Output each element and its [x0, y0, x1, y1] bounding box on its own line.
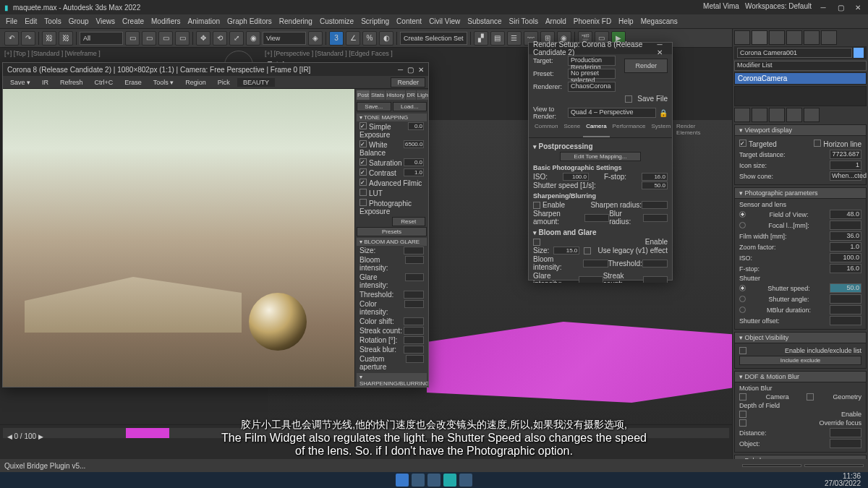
menu-group[interactable]: Group [69, 17, 89, 25]
vfb-save[interactable]: Save ▾ [6, 79, 35, 86]
menu-edit[interactable]: Edit [25, 17, 37, 25]
ref-coord-system[interactable]: View [263, 32, 306, 45]
vfb-pick[interactable]: Pick [213, 79, 234, 86]
vfb-tools[interactable]: Tools ▾ [149, 79, 179, 86]
modifier-list[interactable]: Modifier List [734, 61, 867, 71]
menu-siritools[interactable]: Siri Tools [509, 17, 538, 25]
vfb-close[interactable]: ✕ [418, 66, 424, 74]
vfb-tab-lightmix[interactable]: LightMix [417, 90, 428, 100]
menu-create[interactable]: Create [122, 17, 144, 25]
rollout-objvis[interactable]: Object Visibility [734, 332, 867, 343]
task-app[interactable] [459, 474, 472, 487]
rs-savefile-check[interactable] [625, 95, 632, 103]
rs-renderer-combo[interactable]: ChaosCorona [568, 82, 616, 92]
vfb-render[interactable]: Render [391, 77, 425, 87]
shutter-speed[interactable]: 50.0 [830, 283, 861, 293]
vfb-load-btn[interactable]: Load... [393, 102, 427, 111]
task-3dsmax[interactable] [443, 474, 456, 487]
viewport-label-left[interactable]: [+] [Top ] [Standard ] [Wireframe ] [0, 48, 105, 59]
rs-tab-camera[interactable]: Camera [583, 121, 609, 137]
remove-modifier[interactable] [786, 108, 802, 122]
link-button[interactable]: ⛓ [42, 31, 56, 46]
tab-modify[interactable] [752, 30, 767, 45]
select-button[interactable]: ▭ [125, 31, 140, 46]
vfb-tab-stats[interactable]: Stats [370, 90, 385, 100]
vfb-ir[interactable]: IR [38, 79, 53, 86]
menu-rendering[interactable]: Rendering [279, 17, 312, 25]
vfb-ctrlc[interactable]: Ctrl+C [90, 79, 118, 86]
lock-icon[interactable]: 🔒 [659, 109, 668, 117]
color-swatch[interactable] [854, 48, 864, 58]
selection-filter[interactable]: All [80, 32, 123, 45]
task-edge[interactable] [427, 474, 441, 487]
rs-tab-scene[interactable]: Scene [561, 121, 583, 137]
vfb-bloom-header[interactable]: BLOOM AND GLARE [357, 238, 427, 246]
maxscript-listener[interactable] [742, 464, 801, 467]
rs-tab-performance[interactable]: Performance [610, 121, 649, 137]
minimize-button[interactable]: ─ [817, 2, 829, 12]
signin-label[interactable]: Metal Vima [703, 2, 739, 12]
rs-min[interactable]: ─ [657, 40, 662, 48]
redo-button[interactable]: ↷ [21, 31, 35, 46]
place-button[interactable]: ◉ [246, 31, 260, 46]
object-name-input[interactable] [737, 48, 852, 58]
spinner-snap-button[interactable]: ◐ [379, 31, 393, 46]
snap-toggle-button[interactable]: 3 [329, 31, 344, 46]
rs-render-button[interactable]: Render [624, 59, 668, 73]
tab-display[interactable] [804, 30, 820, 45]
show-cone[interactable]: When...cted [830, 171, 861, 181]
tab-create[interactable] [734, 30, 750, 45]
workspace-label[interactable]: Workspaces: Default [745, 2, 812, 12]
rs-shutter[interactable]: 50.0 [642, 181, 668, 189]
configure-sets[interactable] [804, 108, 820, 122]
vfb-region[interactable]: Region [181, 79, 210, 86]
rs-view-combo[interactable]: Quad 4 – Perspective [568, 108, 656, 118]
menu-scripting[interactable]: Scripting [361, 17, 389, 25]
vfb-tab-post[interactable]: Post [357, 90, 370, 100]
pin-stack[interactable] [734, 108, 750, 122]
menu-megascans[interactable]: Megascans [641, 17, 678, 25]
vfb-titlebar[interactable]: Corona 8 (Release Candidate 2) | 1080×80… [3, 63, 428, 76]
menu-tools[interactable]: Tools [44, 17, 61, 25]
rs-titlebar[interactable]: Render Setup: Corona 8 (Release Candidat… [529, 43, 672, 54]
rollout-photo[interactable]: Photographic parameters [734, 187, 867, 199]
vfb-sharp-header[interactable]: SHARPENING/BLURRING [357, 373, 427, 387]
menu-file[interactable]: File [6, 17, 17, 25]
menu-modifiers[interactable]: Modifiers [151, 17, 181, 25]
vfb-minimize[interactable]: ─ [398, 66, 403, 74]
vfb-beauty[interactable]: BEAUTY [237, 78, 275, 87]
timeline-marker[interactable] [126, 428, 169, 438]
menu-views[interactable]: Views [96, 17, 116, 25]
maximize-button[interactable]: ▢ [835, 2, 846, 12]
mirror-button[interactable]: ▞ [474, 31, 488, 46]
system-tray-time[interactable]: 11:3627/03/2022 [825, 473, 861, 487]
vfb-reset-btn[interactable]: Reset [392, 217, 426, 226]
move-button[interactable]: ✥ [196, 31, 210, 46]
menu-customize[interactable]: Customize [320, 17, 354, 25]
tab-utilities[interactable] [821, 30, 837, 45]
rs-target-combo[interactable]: Production Rendering Mode [568, 56, 616, 66]
rs-sharpen-radius[interactable] [642, 201, 668, 209]
vfb-maximize[interactable]: ▢ [407, 66, 414, 74]
select-region-button[interactable]: ▭ [158, 31, 173, 46]
angle-snap-button[interactable]: ∠ [346, 31, 360, 46]
rs-tab-common[interactable]: Common [532, 121, 561, 137]
vfb-tonemapping-header[interactable]: TONE MAPPING [357, 114, 427, 121]
include-exclude-btn[interactable]: Include exclude [739, 356, 861, 365]
rs-fstop[interactable]: 16.0 [642, 173, 668, 181]
fov[interactable]: 48.0 [830, 210, 861, 219]
select-name-button[interactable]: ▭ [142, 31, 156, 46]
unlink-button[interactable]: ⛓ [59, 31, 73, 46]
menu-animation[interactable]: Animation [188, 17, 220, 25]
vfb-tab-dr[interactable]: DR [406, 90, 416, 100]
window-crossing-button[interactable]: ▭ [175, 31, 190, 46]
vfb-tab-history[interactable]: History [386, 90, 405, 100]
film-width[interactable]: 36.0 [830, 231, 861, 241]
viewport-label-right[interactable]: [+] [Perspective ] [Standard ] [Edged Fa… [260, 48, 397, 59]
target-distance[interactable]: 7723.687 [830, 150, 861, 159]
menu-content[interactable]: Content [396, 17, 422, 25]
fstop[interactable]: 16.0 [830, 264, 861, 273]
rollout-dof[interactable]: DOF & Motion Blur [734, 371, 867, 382]
vfb-refresh[interactable]: Refresh [56, 79, 88, 86]
close-button[interactable]: ✕ [852, 2, 864, 12]
